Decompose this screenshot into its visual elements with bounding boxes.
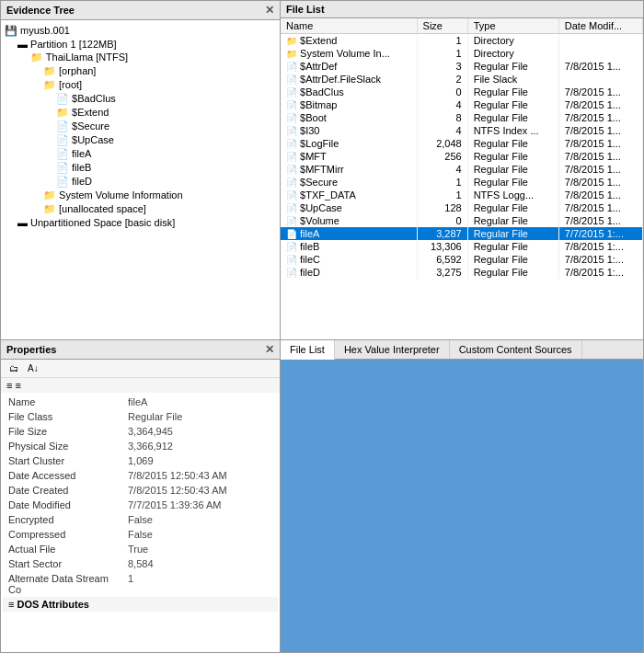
prop-toolbar: 🗂 A↓ bbox=[1, 360, 280, 378]
tree-label-ssecure: $Secure bbox=[72, 120, 109, 132]
table-row[interactable]: 📄 fileA3,287Regular File7/7/2015 1:... bbox=[281, 227, 643, 240]
file-icon: 📄 bbox=[286, 87, 297, 97]
tree-label-sysvolinfo: System Volume Information bbox=[59, 189, 183, 200]
file-list-title: File List bbox=[286, 4, 325, 15]
table-row[interactable]: 📄 $I304NTFS Index ...7/8/2015 1... bbox=[281, 124, 643, 137]
prop-value: 7/8/2015 12:50:43 AM bbox=[122, 483, 278, 498]
prop-row: Date Created7/8/2015 12:50:43 AM bbox=[3, 483, 278, 498]
file-size-cell: 256 bbox=[417, 150, 467, 163]
file-name-cell: 📄 $LogFile bbox=[281, 137, 417, 150]
tree-item-orphan[interactable]: 📁 [orphan] bbox=[5, 64, 276, 78]
prop-content[interactable]: NamefileAFile ClassRegular FileFile Size… bbox=[1, 393, 280, 652]
file-name-cell: 📄 $Bitmap bbox=[281, 98, 417, 111]
prop-section-divider[interactable]: ≡ bbox=[1, 378, 280, 393]
tree-content[interactable]: 💾 myusb.001▬ Partition 1 [122MB]📁 ThaiLl… bbox=[1, 20, 280, 339]
tree-item-sysvolinfo[interactable]: 📁 System Volume Information bbox=[5, 189, 276, 202]
table-row[interactable]: 📄 $Boot8Regular File7/8/2015 1... bbox=[281, 111, 643, 124]
file-name-cell: 📄 fileB bbox=[281, 240, 417, 253]
col-date-modif---[interactable]: Date Modif... bbox=[558, 18, 642, 34]
tree-item-sbadclus[interactable]: 📄 $BadClus bbox=[5, 92, 276, 106]
prop-az-btn[interactable]: A↓ bbox=[25, 362, 41, 374]
file-icon: 📄 bbox=[286, 62, 297, 72]
table-row[interactable]: 📄 $LogFile2,048Regular File7/8/2015 1... bbox=[281, 137, 643, 150]
table-row[interactable]: 📄 $UpCase128Regular File7/8/2015 1... bbox=[281, 201, 643, 214]
prop-sort-btn[interactable]: 🗂 bbox=[6, 362, 21, 374]
tree-item-unpart[interactable]: ▬ Unpartitioned Space [basic disk] bbox=[5, 216, 276, 229]
tree-item-supcase[interactable]: 📄 $UpCase bbox=[5, 133, 276, 147]
file-size-cell: 0 bbox=[417, 214, 467, 227]
table-row[interactable]: 📄 fileB13,306Regular File7/8/2015 1:... bbox=[281, 240, 643, 253]
file-name-cell: 📄 $TXF_DATA bbox=[281, 189, 417, 201]
table-row[interactable]: 📄 $TXF_DATA1NTFS Logg...7/8/2015 1... bbox=[281, 189, 643, 201]
tree-item-myusb001[interactable]: 💾 myusb.001 bbox=[5, 24, 276, 38]
properties-close[interactable]: ✕ bbox=[265, 343, 274, 356]
prop-row: File Size3,364,945 bbox=[3, 424, 278, 439]
file-date-cell: 7/8/2015 1... bbox=[558, 86, 642, 98]
tree-label-supcase: $UpCase bbox=[72, 134, 114, 145]
tree-label-partition1: Partition 1 [122MB] bbox=[30, 39, 117, 50]
file-date-cell: 7/8/2015 1:... bbox=[558, 266, 642, 279]
file-size-cell: 3,287 bbox=[417, 227, 467, 240]
file-type-cell: Regular File bbox=[467, 214, 558, 227]
table-row[interactable]: 📁 System Volume In...1Directory bbox=[281, 47, 643, 60]
preview-tab-0[interactable]: File List bbox=[281, 340, 335, 360]
file-type-cell: Directory bbox=[467, 34, 558, 48]
table-row[interactable]: 📄 $MFT256Regular File7/8/2015 1... bbox=[281, 150, 643, 163]
file-type-cell: Directory bbox=[467, 47, 558, 60]
file-type-cell: File Slack bbox=[467, 73, 558, 86]
prop-row: Start Cluster1,069 bbox=[3, 453, 278, 468]
file-icon: 📄 bbox=[286, 190, 297, 200]
file-icon: 📄 bbox=[286, 100, 297, 110]
dos-attributes-header[interactable]: DOS Attributes bbox=[3, 597, 278, 612]
table-row[interactable]: 📄 $Volume0Regular File7/8/2015 1... bbox=[281, 214, 643, 227]
file-icon: 📄 bbox=[286, 152, 297, 162]
file-list-header: File List bbox=[281, 1, 643, 18]
table-row[interactable]: 📄 $AttrDef.FileSlack2File Slack bbox=[281, 73, 643, 86]
table-row[interactable]: 📄 $MFTMirr4Regular File7/8/2015 1... bbox=[281, 163, 643, 176]
table-row[interactable]: 📄 $Bitmap4Regular File7/8/2015 1... bbox=[281, 98, 643, 111]
tree-item-partition1[interactable]: ▬ Partition 1 [122MB] bbox=[5, 38, 276, 51]
table-row[interactable]: 📁 $Extend1Directory bbox=[281, 34, 643, 48]
tree-label-root: [root] bbox=[59, 79, 82, 90]
col-size[interactable]: Size bbox=[417, 18, 467, 34]
file-date-cell: 7/8/2015 1... bbox=[558, 137, 642, 150]
tree-item-filea[interactable]: 📄 fileA bbox=[5, 147, 276, 161]
file-name-cell: 📄 $I30 bbox=[281, 124, 417, 137]
tree-icon-fileb: 📄 bbox=[56, 162, 72, 173]
tree-icon-unpart: ▬ bbox=[17, 217, 30, 228]
preview-tab-2[interactable]: Custom Content Sources bbox=[450, 340, 582, 359]
tree-item-ntfs[interactable]: 📁 ThaiLlama [NTFS] bbox=[5, 51, 276, 64]
preview-tab-1[interactable]: Hex Value Interpreter bbox=[335, 340, 450, 359]
prop-name: Actual File bbox=[3, 542, 122, 556]
file-table-wrapper[interactable]: NameSizeTypeDate Modif... 📁 $Extend1Dire… bbox=[281, 18, 643, 339]
table-row[interactable]: 📄 $Secure1Regular File7/8/2015 1... bbox=[281, 176, 643, 189]
table-row[interactable]: 📄 fileC6,592Regular File7/8/2015 1:... bbox=[281, 253, 643, 266]
file-icon: 📄 bbox=[286, 74, 297, 85]
tree-item-fileb[interactable]: 📄 fileB bbox=[5, 161, 276, 175]
table-row[interactable]: 📄 fileD3,275Regular File7/8/2015 1:... bbox=[281, 266, 643, 279]
prop-value: True bbox=[122, 542, 278, 556]
tree-item-root[interactable]: 📁 [root] bbox=[5, 78, 276, 92]
file-type-cell: Regular File bbox=[467, 266, 558, 279]
tree-icon-supcase: 📄 bbox=[56, 134, 72, 145]
file-size-cell: 4 bbox=[417, 163, 467, 176]
tree-item-ssecure[interactable]: 📄 $Secure bbox=[5, 120, 276, 133]
file-date-cell bbox=[558, 73, 642, 86]
file-date-cell bbox=[558, 47, 642, 60]
tree-label-unalloc: [unallocated space] bbox=[59, 203, 146, 214]
file-icon: 📄 bbox=[286, 242, 297, 252]
evidence-tree-close[interactable]: ✕ bbox=[265, 4, 274, 17]
tree-item-filed[interactable]: 📄 fileD bbox=[5, 175, 276, 189]
file-icon: 📄 bbox=[286, 268, 297, 278]
table-row[interactable]: 📄 $AttrDef3Regular File7/8/2015 1... bbox=[281, 60, 643, 73]
table-row[interactable]: 📄 $BadClus0Regular File7/8/2015 1... bbox=[281, 86, 643, 98]
prop-value: False bbox=[122, 512, 278, 527]
file-date-cell: 7/8/2015 1... bbox=[558, 98, 642, 111]
tree-item-unalloc[interactable]: 📁 [unallocated space] bbox=[5, 202, 276, 216]
tree-icon-ntfs: 📁 bbox=[30, 52, 46, 63]
tree-item-sextend[interactable]: 📁 $Extend bbox=[5, 106, 276, 120]
col-name[interactable]: Name bbox=[281, 18, 417, 34]
prop-row: CompressedFalse bbox=[3, 527, 278, 542]
col-type[interactable]: Type bbox=[467, 18, 558, 34]
file-name-cell: 📄 $AttrDef bbox=[281, 60, 417, 73]
